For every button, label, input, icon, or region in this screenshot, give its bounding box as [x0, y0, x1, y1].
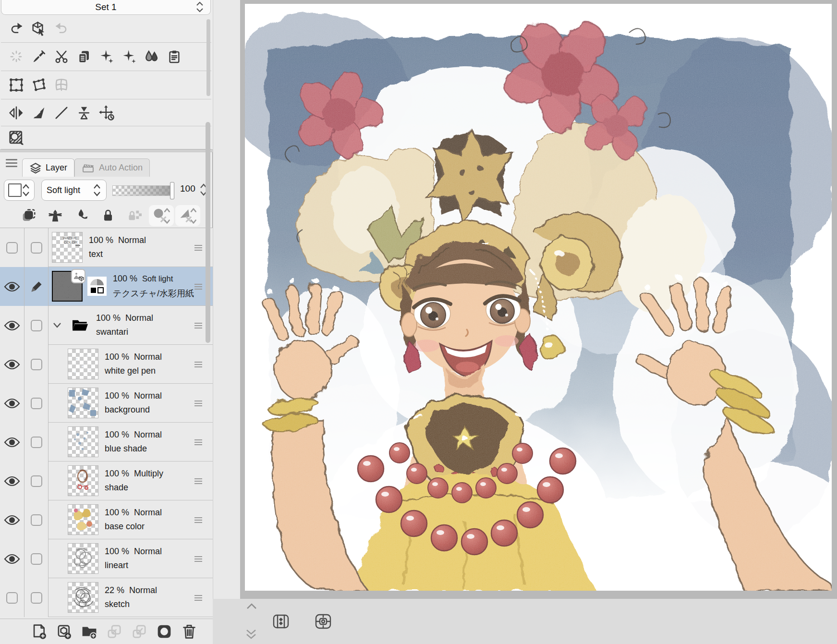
layer-drag-handle-icon[interactable] [194, 247, 202, 248]
new-folder-button[interactable] [77, 623, 102, 640]
layer-visible-eye-icon[interactable] [0, 345, 24, 384]
layer-thumbnail[interactable] [68, 543, 98, 574]
layer-hidden-checkbox[interactable] [0, 228, 24, 267]
layer-checkbox[interactable] [24, 345, 49, 384]
lock-layer-icon[interactable] [95, 208, 121, 223]
opacity-slider[interactable] [112, 185, 172, 196]
canvas-viewport[interactable] [240, 0, 837, 599]
layer-thumbnail[interactable] [68, 504, 98, 535]
layer-hidden-checkbox[interactable] [0, 578, 24, 617]
layer-thumbnail[interactable] [68, 349, 98, 379]
layer-row-text[interactable]: WATERCOLOR100 %Normaltext [0, 228, 213, 267]
folder-expand-chevron-icon[interactable] [52, 322, 62, 328]
layer-visible-eye-icon[interactable] [0, 267, 24, 306]
layer-row-blue-shade[interactable]: 100 %Normalblue shade [0, 423, 213, 462]
layer-drag-handle-icon[interactable] [194, 442, 202, 443]
copy-icon[interactable] [73, 49, 95, 64]
layer-row-content[interactable]: 100 %Normalbase color [49, 500, 213, 539]
mask-toggle-icon[interactable] [149, 205, 174, 226]
layer-row-content[interactable]: 100 %Normallineart [49, 539, 213, 578]
layer-visible-eye-icon[interactable] [0, 306, 24, 345]
layer-thumbnail[interactable]: WATERCOLOR [52, 232, 83, 263]
layer-checkbox[interactable] [24, 539, 49, 578]
layer-visible-eye-icon[interactable] [0, 462, 24, 500]
spread-view-button[interactable] [273, 614, 289, 629]
layer-mask-button[interactable] [152, 623, 177, 640]
layer-row-base-color[interactable]: 100 %Normalbase color [0, 500, 213, 539]
sparkle2-icon[interactable] [118, 49, 140, 64]
layer-editing-pencil-icon[interactable] [24, 267, 49, 306]
scroll-down-double-chevron-icon[interactable] [245, 629, 257, 640]
line-icon[interactable] [50, 106, 73, 120]
blend-mode-dropdown[interactable]: Soft light [41, 180, 107, 201]
layer-checkbox[interactable] [24, 306, 49, 345]
layer-thumbnail[interactable] [52, 271, 83, 302]
layer-row-content[interactable]: 100 %Soft lightテクスチャ/水彩用紙 [49, 267, 213, 306]
layer-drag-handle-icon[interactable] [194, 520, 202, 521]
navigator-button[interactable] [315, 614, 331, 629]
draft-layer-icon[interactable] [68, 208, 95, 223]
layer-row-content[interactable]: 100 %Multiplyshade [49, 462, 213, 500]
scissors-icon[interactable] [50, 49, 73, 64]
layer-thumbnail[interactable] [68, 582, 98, 613]
undo-icon[interactable] [5, 22, 27, 36]
layer-checkbox[interactable] [24, 578, 49, 617]
move-rotate-icon[interactable] [95, 105, 118, 121]
opacity-slider-handle[interactable] [170, 182, 174, 199]
layer-checkbox[interactable] [24, 228, 49, 267]
palette-menu-icon[interactable] [6, 159, 17, 168]
layer-thumbnail[interactable] [68, 465, 98, 496]
eyedropper-icon[interactable] [27, 49, 50, 64]
layer-list-scrollbar[interactable] [206, 122, 210, 343]
layer-drag-handle-icon[interactable] [194, 364, 202, 365]
object-selector-icon[interactable] [27, 21, 50, 36]
layer-row-sketch[interactable]: 22 %Normalsketch [0, 578, 213, 617]
layer-color-dropdown[interactable] [4, 180, 35, 201]
marquee-icon[interactable] [5, 77, 27, 93]
layer-drag-handle-icon[interactable] [194, 559, 202, 559]
opacity-value[interactable]: 100 [180, 183, 195, 194]
layer-drag-handle-icon[interactable] [194, 597, 202, 598]
drops-icon[interactable] [140, 49, 163, 64]
flip-v-icon[interactable] [73, 105, 95, 121]
layer-row-white-gel-pen[interactable]: 100 %Normalwhite gel pen [0, 345, 213, 384]
layer-drag-handle-icon[interactable] [194, 325, 202, 326]
tab-auto-action[interactable]: Auto Action [74, 158, 150, 177]
layer-row-content[interactable]: 22 %Normalsketch [49, 578, 213, 617]
ruler-toggle-icon[interactable] [175, 205, 200, 226]
layer-visible-eye-icon[interactable] [0, 384, 24, 423]
tool-set-header[interactable]: Set 1 [1, 0, 211, 15]
scroll-up-chevron-icon[interactable] [246, 603, 257, 609]
layer-visible-eye-icon[interactable] [0, 539, 24, 578]
tab-layer[interactable]: Layer [22, 158, 74, 177]
new-layer-button[interactable] [27, 623, 52, 640]
collapse-chevrons-icon[interactable] [195, 1, 205, 13]
canvas-page[interactable] [245, 4, 832, 591]
poly-select-icon[interactable] [27, 77, 50, 93]
layer-checkbox[interactable] [24, 423, 49, 462]
layer-row--[interactable]: 100 %Soft lightテクスチャ/水彩用紙 [0, 267, 213, 306]
layer-row-content[interactable]: 100 %Normalbackground [49, 384, 213, 423]
layer-visible-eye-icon[interactable] [0, 500, 24, 539]
shear-icon[interactable] [27, 106, 50, 120]
layer-row-lineart[interactable]: 100 %Normallineart [0, 539, 213, 578]
layer-row-background[interactable]: 100 %Normalbackground [0, 384, 213, 423]
new-material-button[interactable] [52, 623, 77, 640]
delete-layer-button[interactable] [177, 623, 202, 640]
clip-to-layer-icon[interactable] [15, 208, 42, 223]
layer-row-content[interactable]: 100 %Normalblue shade [49, 423, 213, 462]
layer-checkbox[interactable] [24, 462, 49, 500]
layer-drag-handle-icon[interactable] [194, 481, 202, 482]
layer-drag-handle-icon[interactable] [194, 286, 202, 287]
layer-drag-handle-icon[interactable] [194, 403, 202, 404]
layer-checkbox[interactable] [24, 384, 49, 423]
layer-checkbox[interactable] [24, 500, 49, 539]
layer-row-content[interactable]: WATERCOLOR100 %Normaltext [49, 228, 213, 267]
layer-row-shade[interactable]: 100 %Multiplyshade [0, 462, 213, 500]
reference-layer-icon[interactable] [42, 208, 68, 223]
layer-row-content[interactable]: 100 %Normalwhite gel pen [49, 345, 213, 384]
layer-row-swantari[interactable]: 100 %Normalswantari [0, 306, 213, 345]
paste-icon[interactable] [163, 49, 185, 64]
sparkle-icon[interactable] [95, 49, 118, 64]
tool-palette-scrollbar[interactable] [206, 19, 210, 96]
